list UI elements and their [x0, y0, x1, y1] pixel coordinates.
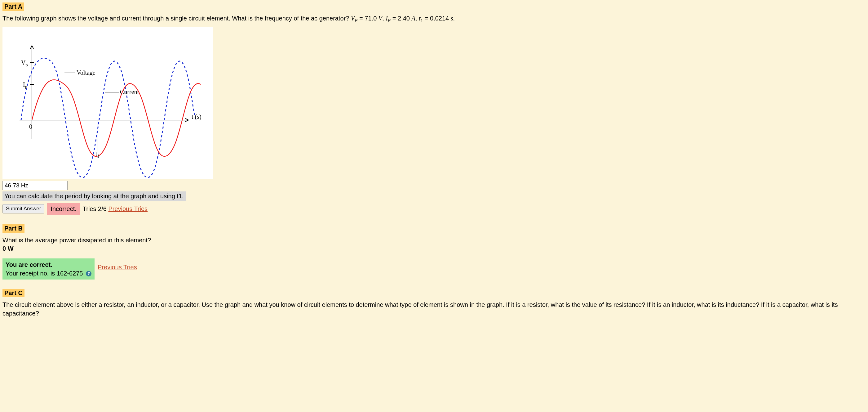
help-icon[interactable]: ?	[86, 271, 91, 276]
correct-box: You are correct. Your receipt no. is 162…	[2, 259, 95, 279]
current-legend: Current	[120, 88, 139, 95]
question-text: The following graph shows the voltage an…	[2, 15, 351, 22]
c2: ,	[415, 15, 419, 22]
part-a-section: Part A The following graph shows the vol…	[2, 2, 866, 215]
answer-input-a[interactable]	[2, 181, 68, 190]
part-b-section: Part B What is the average power dissipa…	[2, 224, 866, 279]
graph-svg	[2, 27, 213, 179]
vp-sym: V	[351, 15, 354, 22]
correct-line1: You are correct.	[6, 261, 52, 268]
origin-zero: 0	[29, 123, 32, 130]
voltage-current-graph: Vp Ip 0 t (s) t1 Voltage Current	[2, 27, 213, 179]
tries-a: Tries 2/6 Previous Tries	[83, 205, 148, 212]
y-vp-label: Vp	[21, 59, 28, 68]
t1-marker-label: t1	[95, 150, 99, 159]
vp-val: 71.0	[365, 15, 377, 22]
part-b-answer: 0 W	[2, 245, 866, 252]
part-c-question: The circuit element above is either a re…	[2, 300, 866, 318]
eq1: =	[359, 15, 365, 22]
t1-val: 0.0214	[430, 15, 449, 22]
part-a-header: Part A	[2, 2, 24, 11]
eq2: =	[393, 15, 398, 22]
receipt-no: 162-6275	[57, 270, 83, 277]
prev-tries-link-b[interactable]: Previous Tries	[98, 264, 137, 271]
t1-unit: s	[451, 15, 453, 22]
ip-sub: P	[388, 18, 391, 23]
submit-button-a[interactable]: Submit Answer	[2, 204, 44, 213]
eq3: =	[425, 15, 430, 22]
part-a-question: The following graph shows the voltage an…	[2, 14, 866, 24]
prev-tries-link-a[interactable]: Previous Tries	[108, 205, 148, 212]
ip-unit: A	[412, 15, 415, 22]
part-b-question: What is the average power dissipated in …	[2, 236, 866, 244]
c1: ,	[382, 15, 385, 22]
ip-val: 2.40	[398, 15, 410, 22]
vp-sub: P	[354, 18, 358, 23]
answer-row	[2, 181, 866, 190]
part-b-result-row: You are correct. Your receipt no. is 162…	[2, 255, 866, 279]
hint-a: You can calculate the period by looking …	[2, 192, 186, 201]
part-c-section: Part C The circuit element above is eith…	[2, 289, 866, 318]
part-b-header: Part B	[2, 224, 25, 233]
x-axis-label: t (s)	[192, 113, 202, 120]
ip-sym: I	[385, 15, 388, 22]
submit-row-a: Submit Answer Incorrect. Tries 2/6 Previ…	[2, 203, 866, 215]
voltage-legend: Voltage	[76, 69, 95, 76]
t1-sub: 1	[421, 18, 423, 23]
correct-line2-prefix: Your receipt no. is	[6, 270, 57, 277]
incorrect-badge: Incorrect.	[47, 203, 80, 215]
part-c-header: Part C	[2, 289, 25, 297]
y-ip-label: Ip	[23, 81, 27, 89]
vp-unit: V	[378, 15, 382, 22]
p1: .	[453, 15, 455, 22]
